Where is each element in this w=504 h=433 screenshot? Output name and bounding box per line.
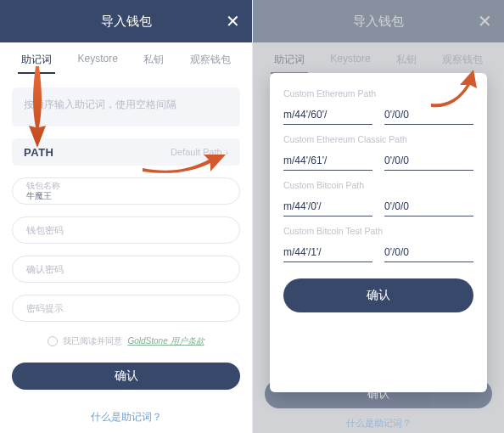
password-hint-field[interactable]: 密码提示 (12, 295, 240, 322)
confirm-password-label: 确认密码 (26, 264, 226, 275)
path-prefix-input[interactable]: m/44'/1'/ (283, 243, 372, 262)
path-group-title: Custom Ethereum Path (283, 88, 473, 98)
path-suffix-input[interactable]: 0'/0/0 (384, 197, 473, 216)
path-group-title: Custom Bitcoin Test Path (283, 226, 473, 236)
header-title: 导入钱包 (101, 14, 152, 30)
tab-watch[interactable]: 观察钱包 (190, 53, 231, 74)
path-group-title: Custom Bitcoin Path (283, 180, 473, 190)
tab-privatekey[interactable]: 私钥 (143, 53, 164, 74)
form-body: 按顺序输入助记词，使用空格间隔 PATH Default Path › 钱包名称… (0, 79, 252, 433)
path-group-title: Custom Ethereum Classic Path (283, 134, 473, 144)
terms-checkbox-icon[interactable] (48, 336, 58, 346)
wallet-password-field[interactable]: 钱包密码 (12, 216, 240, 244)
path-value: Default Path › (171, 147, 228, 157)
help-link-text: 什么是助记词？ (346, 418, 412, 428)
tabs-row: 助记词 Keystore 私钥 观察钱包 (0, 42, 252, 79)
tab-mnemonic[interactable]: 助记词 (21, 53, 52, 74)
path-row[interactable]: PATH Default Path › (12, 138, 240, 166)
help-link: 什么是助记词？ (265, 413, 492, 430)
right-panel: 导入钱包 ✕ 助记词 Keystore 私钥 观察钱包 确认 什么是助记词？ C… (252, 0, 504, 433)
wallet-name-field[interactable]: 钱包名称 牛魔王 (12, 177, 240, 205)
path-suffix-input[interactable]: 0'/0/0 (384, 151, 473, 171)
tab-keystore[interactable]: Keystore (78, 53, 118, 74)
path-prefix-input[interactable]: m/44'/61'/ (283, 151, 372, 171)
mnemonic-input[interactable]: 按顺序输入助记词，使用空格间隔 (12, 87, 240, 127)
left-panel: 导入钱包 ✕ 助记词 Keystore 私钥 观察钱包 按顺序输入助记词，使用空… (0, 0, 252, 433)
close-icon[interactable]: ✕ (226, 13, 240, 30)
sheet-confirm-label: 确认 (367, 288, 390, 303)
path-suffix-input[interactable]: 0'/0/0 (384, 105, 473, 125)
confirm-password-field[interactable]: 确认密码 (12, 256, 240, 283)
path-row-btc-test: m/44'/1'/ 0'/0/0 (283, 243, 473, 263)
mnemonic-placeholder: 按顺序输入助记词，使用空格间隔 (24, 98, 176, 110)
terms-link[interactable]: GoldStone 用户条款 (127, 335, 204, 347)
password-hint-label: 密码提示 (26, 303, 226, 314)
confirm-button[interactable]: 确认 (12, 363, 240, 390)
wallet-name-value: 牛魔王 (26, 191, 226, 201)
path-row-btc: m/44'/0'/ 0'/0/0 (283, 197, 473, 217)
path-sheet: Custom Ethereum Path m/44'/60'/ 0'/0/0 C… (270, 73, 487, 392)
sheet-confirm-button[interactable]: 确认 (283, 278, 473, 312)
wallet-name-label: 钱包名称 (26, 181, 226, 191)
terms-prefix: 我已阅读并同意 (63, 335, 122, 347)
path-value-text: Default Path (171, 147, 222, 157)
wallet-password-label: 钱包密码 (26, 225, 226, 236)
path-label: PATH (24, 146, 53, 159)
terms-row[interactable]: 我已阅读并同意 GoldStone 用户条款 (12, 335, 240, 347)
path-row-etc: m/44'/61'/ 0'/0/0 (283, 151, 473, 172)
header-bar: 导入钱包 ✕ (0, 0, 252, 42)
help-link-text: 什么是助记词？ (91, 411, 162, 423)
confirm-button-label: 确认 (115, 368, 138, 384)
path-prefix-input[interactable]: m/44'/0'/ (283, 197, 372, 216)
help-link[interactable]: 什么是助记词？ (12, 402, 240, 433)
path-row-eth: m/44'/60'/ 0'/0/0 (283, 105, 473, 126)
chevron-right-icon: › (226, 148, 228, 157)
path-suffix-input[interactable]: 0'/0/0 (384, 243, 473, 262)
path-prefix-input[interactable]: m/44'/60'/ (283, 105, 372, 125)
